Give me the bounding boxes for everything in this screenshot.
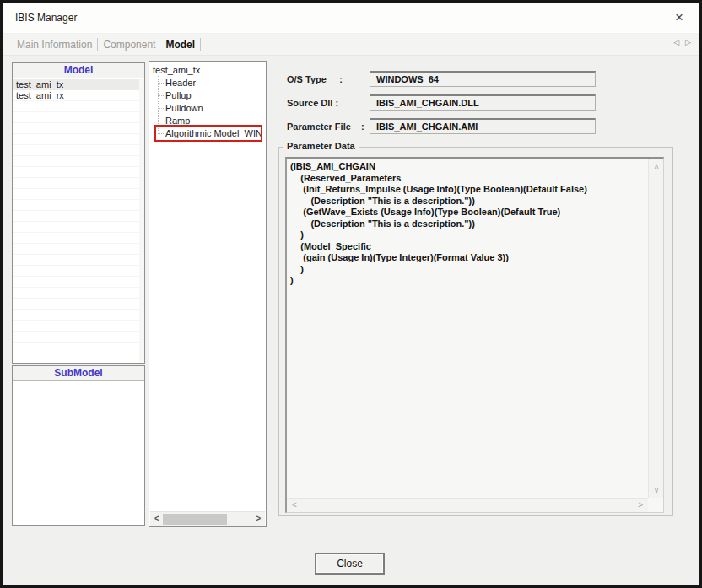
window-title: IBIS Manager — [15, 12, 77, 24]
source-dll-field[interactable]: IBIS_AMI_CHGAIN.DLL — [370, 94, 596, 111]
os-type-field[interactable]: WINDOWS_64 — [370, 71, 596, 87]
tab-scroll-left-icon[interactable]: ◁ — [673, 38, 679, 46]
tree-branch-line — [158, 95, 164, 96]
tree-branch-line — [158, 121, 164, 121]
model-list-item-test-ami-rx[interactable]: test_ami_rx — [14, 90, 143, 101]
parameter-file-field[interactable]: IBIS_AMI_CHGAIN.AMI — [370, 118, 596, 134]
scroll-right-icon[interactable]: > — [256, 514, 261, 523]
model-list-item-test-ami-tx[interactable]: test_ami_tx — [14, 79, 143, 90]
os-type-label: O/S Type : — [287, 74, 343, 84]
parameter-data-group-label: Parameter Data — [284, 141, 359, 151]
model-list-scrollbar[interactable] — [139, 79, 144, 362]
parameter-vertical-scrollbar[interactable]: ∧ ∨ — [648, 159, 663, 498]
parameter-horizontal-scrollbar[interactable]: < > — [287, 498, 648, 512]
close-icon[interactable]: × — [669, 8, 689, 28]
tab-separator — [200, 38, 201, 51]
tab-bar: Main Information Component Model ◁ ▷ — [3, 34, 699, 56]
tree-root-test-ami-tx[interactable]: test_ami_tx — [153, 65, 200, 75]
tab-main-information[interactable]: Main Information — [12, 39, 97, 51]
ibis-manager-window: IBIS Manager × Main Information Componen… — [0, 0, 702, 588]
scroll-left-icon[interactable]: < — [154, 514, 159, 523]
model-tree-panel: test_ami_tx Header Pullup Pulldown Ramp … — [148, 61, 267, 527]
scroll-down-icon[interactable]: ∨ — [649, 486, 664, 494]
model-list: test_ami_tx test_ami_rx — [14, 79, 143, 362]
model-list-header: Model — [13, 63, 144, 78]
tree-node-pullup[interactable]: Pullup — [165, 90, 192, 100]
scroll-right-icon[interactable]: > — [638, 500, 643, 510]
scroll-left-icon[interactable]: < — [292, 500, 297, 510]
tab-model[interactable]: Model — [160, 39, 200, 51]
parameter-data-text: (IBIS_AMI_CHGAIN (Reserved_Parameters (I… — [290, 161, 645, 495]
close-button[interactable]: Close — [315, 553, 385, 575]
scrollbar-thumb[interactable] — [163, 514, 227, 525]
tree-node-header[interactable]: Header — [165, 78, 196, 88]
red-highlight-box — [154, 125, 262, 142]
tree-horizontal-scrollbar[interactable]: < > — [150, 511, 265, 526]
model-list-panel: Model test_ami_tx test_ami_rx — [12, 62, 145, 364]
submodel-list-header: SubModel — [13, 366, 144, 381]
parameter-data-textarea[interactable]: (IBIS_AMI_CHGAIN (Reserved_Parameters (I… — [285, 157, 664, 513]
tree-branch-line — [158, 108, 164, 109]
submodel-list-panel: SubModel — [12, 365, 145, 526]
tab-scroll-arrows: ◁ ▷ — [673, 38, 691, 46]
title-bar: IBIS Manager × — [3, 3, 699, 33]
tab-component[interactable]: Component — [98, 39, 160, 51]
scroll-up-icon[interactable]: ∧ — [649, 162, 664, 170]
parameter-data-groupbox: Parameter Data (IBIS_AMI_CHGAIN (Reserve… — [278, 147, 673, 516]
tab-scroll-right-icon[interactable]: ▷ — [685, 38, 691, 46]
parameter-file-label: Parameter File : — [287, 121, 364, 132]
tree-node-pulldown[interactable]: Pulldown — [165, 103, 203, 113]
tree-branch-line — [158, 83, 164, 84]
window-bottom-edge — [3, 580, 699, 580]
source-dll-label: Source Dll : — [287, 98, 338, 108]
